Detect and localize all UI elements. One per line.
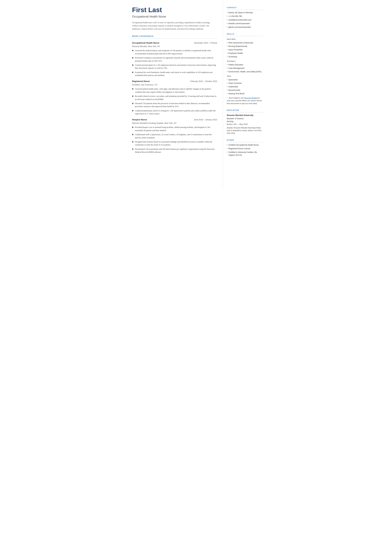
bullet-icon: • [227,147,227,150]
bullet-icon: • [227,85,227,88]
skills-hard-label: Hard Skills: [227,38,263,41]
job-1: Occupational Health Nurse November 2015 … [132,41,217,77]
edu-awards: Awards: Resume Worded Teaching Fellow (o… [227,126,263,135]
bullet-icon [132,127,133,128]
edu-degree: Bachelor of Science [227,117,263,120]
bullet-icon: • [227,70,227,73]
skill-item: • Injury Prevention [227,48,263,51]
work-experience-heading: WORK EXPERIENCE [132,35,217,39]
bullet-icon [132,148,133,150]
resume-page: First Last Occupational Health Nurse Occ… [125,0,267,189]
bullet-icon: • [227,15,227,18]
bullet-icon [132,64,133,66]
job-2: Registered Nurse February 2013 – October… [132,80,217,115]
bullet-icon [132,141,133,142]
list-item: Examined the work limitations, health st… [132,71,217,77]
skill-item: • Vision Screener [227,82,263,85]
contact-linkedin: • linkedin.com/in/username [227,22,263,25]
contact-section: CONTACT • Detroit, MI (Open to Remote) •… [227,6,263,28]
bullet-icon: • [227,63,227,66]
skill-item: • Patient Education [227,63,263,66]
summary-text: Occupational health nurse with 10 years … [132,21,217,30]
job-3-title: Hospice Nurse [132,118,147,121]
list-item: Designed interventions based on assessme… [132,140,217,147]
work-experience-section: WORK EXPERIENCE Occupational Health Nurs… [132,35,217,154]
bullet-icon [132,50,133,51]
skill-item: • Spirometer [227,78,263,81]
skills-section: SKILLS Hard Skills: • Risk Assessment (A… [227,33,263,105]
left-column: First Last Occupational Health Nurse Occ… [125,0,223,189]
job-title: Occupational Health Nurse [132,14,217,19]
bullet-icon: • [227,52,227,55]
contact-heading: CONTACT [227,6,263,10]
edu-school: Resume Worded University [227,114,263,117]
bullet-icon: • [227,78,227,81]
list-item: Informed 720 patients about the processe… [132,102,217,108]
other-item: • Certified Occupational Health Nurse. [227,144,263,146]
list-item: Documented 120 assessments and 220 inter… [132,148,217,154]
bullet-icon: • [227,89,227,91]
list-item: Recorded clinical reviews, care plans, a… [132,95,217,101]
bullet-icon: • [227,45,227,48]
bullet-icon: • [227,48,227,51]
bullet-icon: • [227,144,227,146]
other-heading: OTHER [227,139,263,142]
job-1-bullets: Assessed the medical history and symptom… [132,49,217,77]
bullet-icon [132,110,133,111]
bullet-icon: • [227,151,227,154]
job-3: Hospice Nurse June 2010 – January 2013 R… [132,118,217,154]
bullet-icon [132,88,133,90]
skills-heading: SKILLS [227,33,263,36]
bullet-icon [132,134,133,135]
skill-item: • Nursing (Experienced) [227,45,263,48]
full-name: First Last [132,6,217,14]
bullet-icon: • [227,11,227,14]
other-item: • Registered Nurse License. [227,147,263,150]
bullet-icon [132,103,133,104]
job-2-title: Registered Nurse [132,80,150,83]
other-item: • Certified in Advanced Cardiac Life Sup… [227,151,263,156]
contact-phone: • +1-234-456-789 [227,15,263,18]
bullet-icon: • [227,22,227,25]
list-item: Created personal plans for 1.2K employee… [132,64,217,70]
skill-item: • Dynamometer [227,89,263,91]
job-3-bullets: Provided hospice care in assisted living… [132,126,217,154]
bullet-icon: • [227,19,227,21]
list-item: Collaborated with 12 physicians, 25 soci… [132,133,217,139]
job-1-company: Resume Worded, New York, NY [132,45,217,48]
job-1-title: Occupational Health Nurse [132,41,160,44]
edu-field: Nursing [227,120,263,123]
list-item: Performed workplace assessments for ergo… [132,56,217,63]
bullet-icon: • [227,55,227,58]
bullet-icon [132,72,133,73]
job-2-company: Growthsi, San Francisco, CA [132,83,217,86]
contact-location: • Detroit, MI (Open to Remote) [227,11,263,14]
job-3-dates: June 2010 – January 2013 [194,118,217,121]
list-item: Assessed the medical history and symptom… [132,49,217,55]
job-3-company: Resume Worded's Exciting Hospital, New Y… [132,122,217,125]
job-2-header: Registered Nurse February 2013 – October… [132,80,217,83]
skill-item: • Environment, Health, and Safety (EHS) [227,70,263,73]
education-heading: EDUCATION [227,109,263,112]
list-item: Conducted pulmonary and ECG testing for … [132,109,217,115]
skill-item: • Hearing Test Booth [227,92,263,95]
bullet-icon [132,96,133,97]
education-section: EDUCATION Resume Worded University Bache… [227,109,263,135]
other-section: OTHER • Certified Occupational Health Nu… [227,139,263,157]
job-2-dates: February 2013 – October 2015 [190,80,217,83]
job-1-header: Occupational Health Nurse November 2015 … [132,41,217,44]
skill-item: • Risk Assessment (Advanced) [227,41,263,44]
skill-item: • Employee Health [227,52,263,55]
skills-tools-label: Tools: [227,75,263,77]
job-1-dates: November 2015 – Present [194,42,217,44]
bullet-icon: • [227,67,227,70]
bullet-icon: • [227,26,227,28]
skill-item: • Screening [227,55,263,58]
skill-item: • Audiometer [227,85,263,88]
contact-email: • email@resumeworded.com [227,19,263,21]
job-3-header: Hospice Nurse June 2010 – January 2013 [132,118,217,121]
bullet-icon: • [227,41,227,44]
right-column: CONTACT • Detroit, MI (Open to Remote) •… [223,0,267,189]
list-item: Assessed patient health status, vital si… [132,87,217,94]
resume-worded-link[interactable]: Resume Worded [244,97,258,99]
